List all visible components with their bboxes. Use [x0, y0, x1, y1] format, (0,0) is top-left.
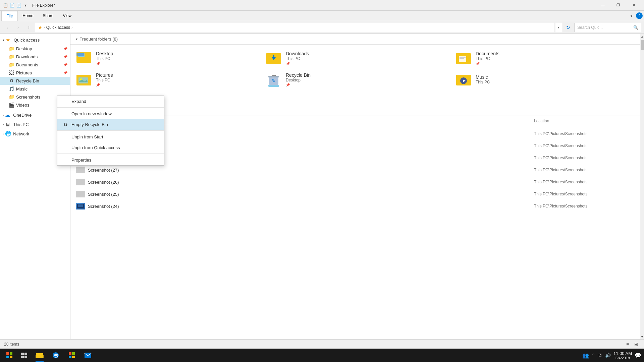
context-empty-recycle-label: Empty Recycle Bin — [71, 122, 108, 127]
address-dropdown[interactable]: ▾ — [555, 23, 562, 32]
sidebar-item-downloads[interactable]: 📁 Downloads 📌 — [0, 53, 70, 61]
folder-pictures[interactable]: Pictures This PC 📌 — [70, 69, 260, 90]
quick-access-label: Quick access — [14, 38, 40, 43]
music-folder-icon: 🎵 — [8, 86, 15, 92]
svg-rect-18 — [268, 76, 279, 77]
desktop-folder-name: Desktop — [96, 51, 113, 56]
folder-recycle-bin[interactable]: ↻ Recycle Bin Desktop 📌 — [260, 69, 450, 90]
address-path[interactable]: ★ › Quick access › — [35, 23, 554, 32]
sidebar-item-recycle-bin[interactable]: ♻ Recycle Bin — [0, 77, 70, 85]
task-view-button[interactable] — [17, 349, 31, 362]
content-area: ▾ Frequent folders (8) Desktop — [70, 34, 640, 340]
downloads-folder-location: This PC — [286, 56, 309, 61]
frequent-folders-header[interactable]: ▾ Frequent folders (8) — [70, 34, 640, 45]
search-icon: 🔍 — [633, 25, 638, 30]
svg-rect-11 — [460, 60, 465, 60]
downloads-info: Downloads This PC 📌 — [286, 51, 309, 65]
list-view-button[interactable]: ≡ — [624, 341, 631, 348]
screenshot-24-name: Screenshot (24) — [88, 204, 119, 209]
ribbon: File Home Share View ▾ ? — [0, 11, 644, 21]
taskbar-mail[interactable] — [80, 349, 95, 362]
recycle-bin-icon: ↻ — [266, 71, 282, 87]
notification-button[interactable]: 💬 — [635, 352, 641, 359]
this-pc-arrow: › — [3, 123, 4, 126]
sidebar-onedrive-label: OneDrive — [13, 113, 32, 118]
taskbar-file-explorer[interactable] — [32, 349, 47, 362]
ribbon-collapse-icon[interactable]: ▾ — [628, 12, 635, 19]
close-button[interactable]: ✕ — [626, 0, 641, 11]
svg-rect-39 — [78, 204, 83, 207]
onedrive-icon: ☁ — [5, 112, 12, 118]
scroll-thumb[interactable] — [641, 40, 644, 50]
path-separator-1: › — [44, 25, 45, 29]
context-expand[interactable]: Expand — [57, 96, 164, 107]
copy-icon: 📄 — [9, 3, 15, 8]
minimize-button[interactable]: — — [595, 0, 610, 11]
sidebar-item-music[interactable]: 🎵 Music — [0, 85, 70, 93]
context-unpin-quick[interactable]: Unpin from Quick access — [57, 142, 164, 153]
svg-rect-42 — [6, 356, 9, 358]
right-scrollbar[interactable]: ▲ ▼ — [640, 34, 644, 340]
screenshot-25-path: This PC\Pictures\Screenshots — [534, 192, 635, 196]
up-button[interactable]: ↑ — [24, 23, 34, 32]
quick-access-arrow: ▾ — [3, 38, 4, 42]
recent-item-24[interactable]: Screenshot (24) This PC\Pictures\Screens… — [70, 200, 640, 212]
tab-home[interactable]: Home — [18, 11, 38, 21]
folder-documents[interactable]: Documents This PC 📌 — [450, 47, 640, 69]
maximize-button[interactable]: ❐ — [610, 0, 626, 11]
sidebar-item-desktop[interactable]: 📁 Desktop 📌 — [0, 45, 70, 53]
item-count: 28 items — [4, 342, 19, 347]
help-button[interactable]: ? — [636, 12, 643, 19]
start-button[interactable] — [3, 349, 16, 362]
grid-view-button[interactable]: ⊞ — [633, 341, 640, 348]
folder-music[interactable]: Music This PC — [450, 69, 640, 90]
sidebar-item-documents[interactable]: 📁 Documents 📌 — [0, 61, 70, 69]
recent-item-27[interactable]: Screenshot (27) This PC\Pictures\Screens… — [70, 164, 640, 176]
scroll-up-arrow[interactable]: ▲ — [640, 34, 644, 39]
refresh-button[interactable]: ↻ — [564, 23, 573, 32]
sidebar-quick-access[interactable]: ▾ ★ Quick access — [0, 35, 70, 45]
title-bar-icons: 📋 📄 📄 ▾ — [3, 3, 28, 8]
scroll-down-arrow[interactable]: ▼ — [640, 334, 644, 340]
recent-item-25[interactable]: Screenshot (25) This PC\Pictures\Screens… — [70, 188, 640, 200]
context-unpin-start[interactable]: Unpin from Start — [57, 131, 164, 142]
network-icon: 🌐 — [5, 131, 12, 137]
search-placeholder: Search Quic... — [577, 25, 603, 30]
folder-desktop[interactable]: Desktop This PC 📌 — [70, 47, 260, 69]
taskbar: 👥 ⌃ 🖥 🔊 11:00 AM 6/4/2018 💬 — [0, 349, 644, 362]
recent-item-26[interactable]: Screenshot (26) This PC\Pictures\Screens… — [70, 176, 640, 188]
sidebar-item-pictures[interactable]: 🖼 Pictures 📌 — [0, 69, 70, 77]
screenshot-26-icon — [76, 179, 85, 185]
status-bar: 28 items ≡ ⊞ — [0, 339, 644, 349]
volume-icon[interactable]: 🔊 — [605, 353, 611, 358]
people-icon[interactable]: 👥 — [582, 352, 589, 359]
screenshot-24-path: This PC\Pictures\Screenshots — [534, 204, 635, 208]
recent-item-26-left: Screenshot (26) — [76, 179, 534, 185]
svg-rect-19 — [272, 75, 276, 76]
network-status-icon[interactable]: 🖥 — [598, 353, 602, 358]
svg-rect-45 — [24, 353, 27, 355]
network-arrow: › — [3, 132, 4, 136]
folder-downloads[interactable]: Downloads This PC 📌 — [260, 47, 450, 69]
context-open-new-window[interactable]: Open in new window — [57, 108, 164, 119]
recycle-bin-folder-location: Desktop — [286, 78, 311, 82]
tab-view[interactable]: View — [58, 11, 76, 21]
taskbar-edge[interactable] — [48, 349, 63, 362]
svg-rect-9 — [460, 57, 466, 58]
dropdown-icon[interactable]: ▾ — [23, 3, 28, 8]
context-empty-recycle[interactable]: ♻ Empty Recycle Bin — [57, 119, 164, 130]
taskbar-store[interactable] — [64, 349, 79, 362]
taskbar-clock[interactable]: 11:00 AM 6/4/2018 — [613, 351, 632, 360]
tab-share[interactable]: Share — [38, 11, 58, 21]
forward-button[interactable]: › — [13, 23, 23, 32]
search-box[interactable]: Search Quic... 🔍 — [574, 23, 641, 32]
scroll-track — [640, 39, 644, 334]
unpin-quick-icon — [63, 145, 68, 150]
back-button[interactable]: ‹ — [3, 23, 12, 32]
sidebar: ▾ ★ Quick access 📁 Desktop 📌 📁 Downloads… — [0, 34, 70, 340]
col-location: Location — [534, 119, 635, 123]
chevron-up-icon[interactable]: ⌃ — [592, 353, 595, 358]
context-properties[interactable]: Properties — [57, 155, 164, 165]
tab-file[interactable]: File — [1, 11, 18, 21]
screenshot-28-path: This PC\Pictures\Screenshots — [534, 156, 635, 160]
